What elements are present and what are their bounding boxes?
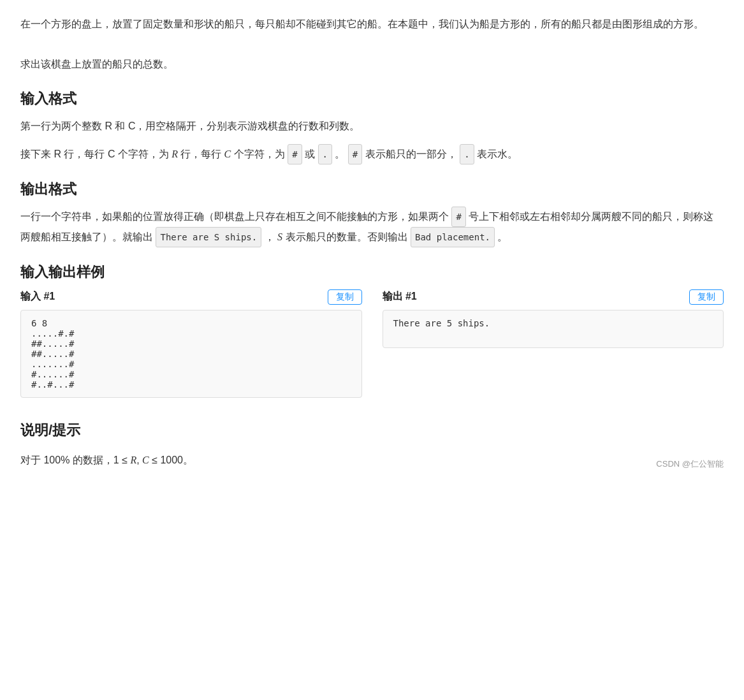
input-format-title: 输入格式 (20, 89, 724, 108)
output-format-desc: 一行一个字符串，如果船的位置放得正确（即棋盘上只存在相互之间不能接触的方形，如果… (20, 207, 724, 247)
output-format-section: 输出格式 一行一个字符串，如果船的位置放得正确（即棋盘上只存在相互之间不能接触的… (20, 180, 724, 247)
io-samples-section: 输入输出样例 输入 #1 复制 6 8 .....#.# ##.....# ##… (20, 263, 724, 398)
dot-inline-code2: . (460, 144, 474, 164)
io-samples-title: 输入输出样例 (20, 263, 724, 282)
input-sample-label: 输入 #1 (20, 290, 55, 303)
hash-output-code: # (451, 207, 465, 227)
output-code-box: There are 5 ships. (383, 310, 724, 348)
footer-note: 对于 100% 的数据，1 ≤ R, C ≤ 1000。 CSDN @仁公智能 (20, 450, 724, 478)
output-there-are-code: There are S ships. (156, 227, 261, 247)
copy-output-button[interactable]: 复制 (689, 289, 724, 305)
copy-input-button[interactable]: 复制 (328, 289, 362, 305)
input-code-box: 6 8 .....#.# ##.....# ##.....# .......# … (20, 310, 362, 398)
hint-content: 对于 100% 的数据，1 ≤ R, C ≤ 1000。 (20, 450, 193, 470)
hash-inline-code: # (288, 144, 302, 164)
bad-placement-code: Bad placement. (411, 227, 495, 247)
input-sample-header: 输入 #1 复制 (20, 289, 362, 305)
hint-section: 说明/提示 对于 100% 的数据，1 ≤ R, C ≤ 1000。 CSDN … (20, 421, 724, 478)
output-sample-header: 输出 #1 复制 (383, 289, 724, 305)
input-sample-block: 输入 #1 复制 6 8 .....#.# ##.....# ##.....# … (20, 289, 362, 398)
output-format-title: 输出格式 (20, 180, 724, 199)
intro-paragraph1: 在一个方形的盘上，放置了固定数量和形状的船只，每只船却不能碰到其它的船。在本题中… (20, 15, 724, 34)
hash-inline-code2: # (348, 144, 362, 164)
dot-inline-code: . (318, 144, 332, 164)
input-format-line1: 第一行为两个整数 R 和 C，用空格隔开，分别表示游戏棋盘的行数和列数。 (20, 116, 724, 136)
output-sample-label: 输出 #1 (383, 290, 417, 303)
input-format-section: 输入格式 第一行为两个整数 R 和 C，用空格隔开，分别表示游戏棋盘的行数和列数… (20, 89, 724, 164)
csdn-label: CSDN @仁公智能 (656, 458, 724, 470)
input-format-line2: 接下来 R 行，每行 C 个字符，为 R 行，每行 C 个字符，为 # 或 . … (20, 144, 724, 164)
intro-paragraph2: 求出该棋盘上放置的船只的总数。 (20, 55, 724, 74)
output-sample-block: 输出 #1 复制 There are 5 ships. (383, 289, 724, 398)
io-samples-row: 输入 #1 复制 6 8 .....#.# ##.....# ##.....# … (20, 289, 724, 398)
hint-title: 说明/提示 (20, 421, 724, 440)
